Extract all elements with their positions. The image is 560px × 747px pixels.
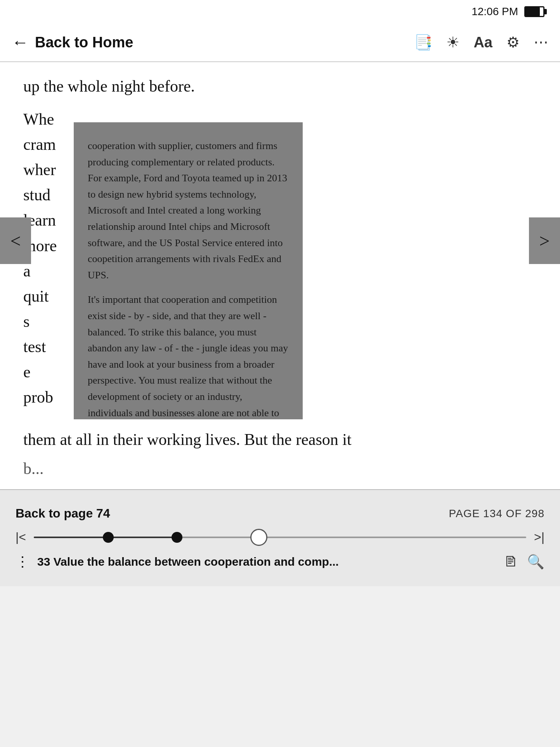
- slider-thumb-2[interactable]: [172, 532, 182, 543]
- slider-start-icon[interactable]: |<: [16, 530, 26, 544]
- back-to-page-button[interactable]: Back to page 74: [16, 506, 110, 521]
- more-icon[interactable]: ⋯: [534, 35, 548, 50]
- nav-icons: 📑 ☀ Aa ⚙ ⋯: [414, 34, 548, 51]
- footer-right-icons: 🖹 🔍: [504, 554, 544, 570]
- text-below-reading: them at all in their working lives. But …: [0, 419, 560, 489]
- right-arrow-icon: >: [539, 230, 550, 252]
- reading-area: up the whole night before. Whexxxxxxxxxx…: [0, 62, 560, 419]
- text-line-bottom-1: them at all in their working lives. But …: [23, 419, 537, 456]
- page-indicator: PAGE 134 OF 298: [449, 507, 544, 520]
- footer-row: ⋮ 33 Value the balance between cooperati…: [16, 554, 544, 570]
- brightness-icon[interactable]: ☀: [446, 35, 459, 50]
- chapter-title: 33 Value the balance between cooperation…: [37, 555, 496, 568]
- toc-icon[interactable]: ⋮: [16, 554, 29, 570]
- text-line-top: up the whole night before.: [23, 74, 537, 99]
- bottom-nav-row: Back to page 74 PAGE 134 OF 298: [16, 506, 544, 521]
- left-arrow-icon: <: [10, 230, 21, 252]
- prev-page-button[interactable]: <: [0, 217, 31, 264]
- search-icon[interactable]: 🔍: [527, 554, 544, 570]
- text-line-bottom-2: b...: [23, 456, 537, 489]
- slider-track[interactable]: [34, 537, 526, 538]
- font-size-button[interactable]: Aa: [473, 34, 492, 51]
- battery-icon: [524, 6, 544, 17]
- next-page-button[interactable]: >: [529, 217, 560, 264]
- status-time: 12:06 PM: [472, 5, 518, 18]
- slider-thumb-3[interactable]: [250, 529, 267, 546]
- settings-icon[interactable]: ⚙: [506, 35, 520, 50]
- slider-thumb-1[interactable]: [103, 532, 114, 543]
- popup-overlay: cooperation with supplier, customers and…: [74, 122, 303, 419]
- slider-end-icon[interactable]: >|: [534, 530, 544, 544]
- status-bar: 12:06 PM: [0, 0, 560, 23]
- nav-bar: ← Back to Home 📑 ☀ Aa ⚙ ⋯: [0, 23, 560, 62]
- bookmark-icon[interactable]: 📑: [414, 35, 432, 50]
- popup-text: cooperation with supplier, customers and…: [88, 138, 289, 419]
- book-text-top: up the whole night before.: [23, 74, 537, 99]
- page-slider[interactable]: |< >|: [16, 530, 544, 544]
- bottom-bar: Back to page 74 PAGE 134 OF 298 |< >| ⋮ …: [0, 489, 560, 586]
- back-arrow-icon: ←: [12, 34, 29, 51]
- back-to-home-button[interactable]: ← Back to Home: [12, 34, 414, 51]
- nav-back-label: Back to Home: [35, 34, 133, 51]
- battery-fill: [525, 7, 540, 16]
- popup-paragraph-1: cooperation with supplier, customers and…: [88, 138, 289, 283]
- notes-icon[interactable]: 🖹: [504, 554, 518, 570]
- popup-paragraph-2: It's important that cooperation and comp…: [88, 292, 289, 419]
